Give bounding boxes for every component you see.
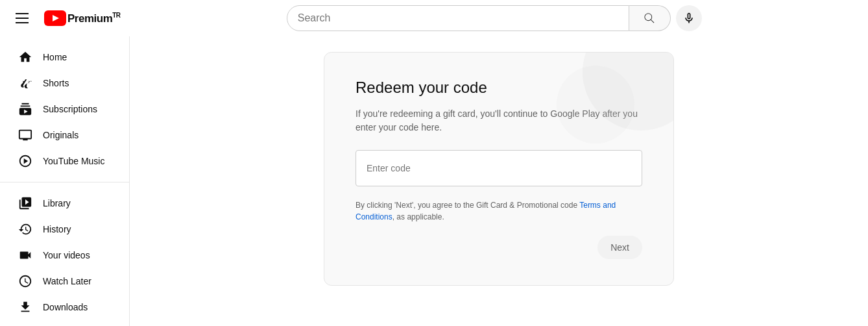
watch-later-icon xyxy=(18,274,32,288)
terms-text: By clicking 'Next', you agree to the Gif… xyxy=(356,199,642,223)
sidebar-item-home[interactable]: Home xyxy=(3,44,127,70)
main-content: Redeem your code If you're redeeming a g… xyxy=(130,36,868,326)
your-videos-icon xyxy=(18,248,32,262)
logo[interactable]: PremiumTR xyxy=(44,10,121,26)
history-icon xyxy=(18,222,32,236)
youtube-logo-icon xyxy=(44,10,66,26)
search-input[interactable] xyxy=(298,12,618,24)
subscriptions-icon xyxy=(18,102,32,116)
menu-button[interactable] xyxy=(10,8,34,29)
sidebar-item-shorts[interactable]: Shorts xyxy=(3,70,127,96)
redeem-card: Redeem your code If you're redeeming a g… xyxy=(324,52,674,286)
search-icon xyxy=(643,12,656,25)
sidebar-item-downloads[interactable]: Downloads xyxy=(3,294,127,320)
home-icon xyxy=(18,50,32,64)
sidebar-item-youtube-music[interactable]: YouTube Music xyxy=(3,148,127,174)
sidebar-divider xyxy=(0,182,129,182)
sidebar-item-history-label: History xyxy=(43,224,71,234)
sidebar-item-shorts-label: Shorts xyxy=(43,78,69,88)
redeem-footer: Next xyxy=(356,236,642,259)
sidebar-item-home-label: Home xyxy=(43,52,67,62)
music-icon xyxy=(18,154,32,168)
terms-suffix: , as applicable. xyxy=(392,212,444,221)
header: PremiumTR xyxy=(0,0,868,36)
sidebar-item-subscriptions[interactable]: Subscriptions xyxy=(3,96,127,122)
logo-text: PremiumTR xyxy=(67,12,121,25)
library-icon xyxy=(18,196,32,210)
sidebar-item-liked-videos[interactable]: Liked videos xyxy=(3,320,127,326)
mic-icon xyxy=(682,12,695,25)
terms-prefix: By clicking 'Next', you agree to the Gif… xyxy=(356,201,579,210)
downloads-icon xyxy=(18,300,32,314)
sidebar-item-your-videos-label: Your videos xyxy=(43,250,90,260)
sidebar-item-youtube-music-label: YouTube Music xyxy=(43,156,104,166)
sidebar-item-subscriptions-label: Subscriptions xyxy=(43,104,97,114)
sidebar-item-your-videos[interactable]: Your videos xyxy=(3,242,127,268)
layout: Home Shorts Subscriptions Originals xyxy=(0,36,868,326)
sidebar-item-originals-label: Originals xyxy=(43,130,78,140)
sidebar-item-library-label: Library xyxy=(43,198,71,208)
sidebar-item-downloads-label: Downloads xyxy=(43,302,88,312)
sidebar-item-library[interactable]: Library xyxy=(3,190,127,216)
search-input-wrap xyxy=(287,5,629,31)
search-bar xyxy=(287,5,702,31)
mic-button[interactable] xyxy=(676,5,702,31)
redeem-title: Redeem your code xyxy=(356,79,642,97)
sidebar-item-history[interactable]: History xyxy=(3,216,127,242)
redeem-description: If you're redeeming a gift card, you'll … xyxy=(356,107,642,134)
sidebar-item-watch-later[interactable]: Watch Later xyxy=(3,268,127,294)
header-left: PremiumTR xyxy=(10,8,121,29)
sidebar-item-watch-later-label: Watch Later xyxy=(43,276,91,286)
code-input[interactable] xyxy=(356,150,642,186)
search-button[interactable] xyxy=(629,5,671,31)
sidebar: Home Shorts Subscriptions Originals xyxy=(0,36,130,326)
sidebar-item-originals[interactable]: Originals xyxy=(3,122,127,148)
next-button[interactable]: Next xyxy=(597,236,642,259)
shorts-icon xyxy=(18,76,32,90)
logo-superscript: TR xyxy=(112,12,120,19)
originals-icon xyxy=(18,128,32,142)
